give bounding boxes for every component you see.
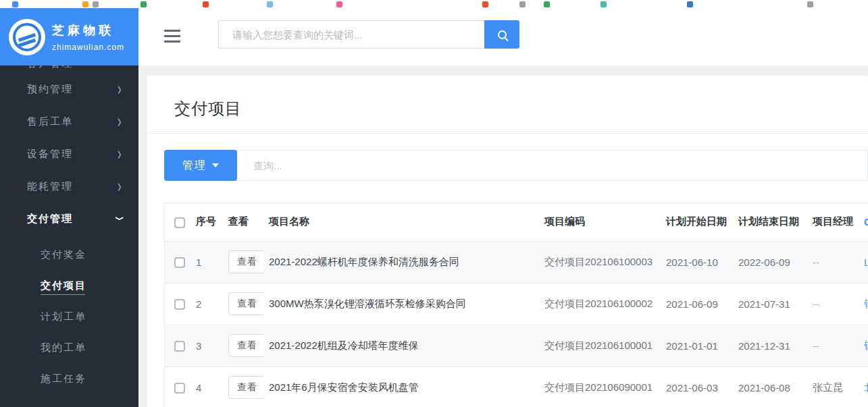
bookmark-favicon[interactable] (82, 1, 88, 7)
row-checkbox[interactable] (174, 257, 185, 268)
select-all-checkbox[interactable] (174, 217, 185, 228)
bookmark-favicon[interactable] (12, 1, 18, 7)
manage-dropdown-button[interactable]: 管理 (164, 150, 237, 181)
bookmark-favicon[interactable] (267, 1, 273, 7)
chevron-right-icon: ❯ (117, 85, 123, 94)
view-button[interactable]: 查看 (228, 292, 263, 315)
sidebar-item-能耗管理[interactable]: 能耗管理❯ (0, 170, 138, 202)
page-card: 交付项目 管理 序号查看项目名称项目编码计划开始日期计划结束日期项目经理C 1查… (147, 76, 868, 407)
project-manager: 张立昆 (807, 367, 859, 407)
customer-link[interactable]: 镇 (859, 283, 868, 325)
project-code: 交付项目202106100003 (539, 241, 661, 283)
sidebar-menu: 预约管理❯售后工单❯设备管理❯能耗管理❯交付管理❯ (0, 73, 138, 235)
sidebar-item-label: 能耗管理 (27, 180, 116, 193)
row-checkbox[interactable] (174, 383, 185, 394)
project-name: 2021-2022机组及冷却塔年度维保 (263, 325, 539, 367)
sidebar-item-label: 预约管理 (27, 83, 116, 96)
bookmark-favicon[interactable] (807, 1, 813, 7)
sidebar-subitem-我的工单[interactable]: 我的工单 (0, 332, 138, 363)
plan-end-date: 2021-07-31 (733, 283, 807, 325)
project-name: 2021-2022螺杆机年度保养和清洗服务合同 (263, 241, 539, 283)
plan-end-date: 2022-06-09 (733, 241, 807, 283)
sidebar-item-label: 交付管理 (27, 213, 116, 225)
bookmarks-strip (0, 0, 868, 8)
sidebar-submenu: 交付奖金交付项目计划工单我的工单施工任务 (0, 235, 138, 394)
row-index: 1 (190, 241, 223, 283)
table-row: 2查看300MW热泵溴化锂溶液循环泵检修采购合同交付项目202106100002… (165, 283, 868, 325)
bookmark-favicon[interactable] (336, 1, 342, 7)
sidebar-subitem-交付奖金[interactable]: 交付奖金 (0, 239, 138, 270)
sidebar-item-售后工单[interactable]: 售后工单❯ (0, 105, 138, 138)
table-body: 1查看2021-2022螺杆机年度保养和清洗服务合同交付项目2021061000… (165, 241, 868, 407)
sidebar-item-交付管理[interactable]: 交付管理❯ (0, 202, 138, 235)
column-header-C: C (859, 203, 868, 241)
global-search-input[interactable] (218, 20, 484, 49)
view-button[interactable]: 查看 (228, 334, 263, 357)
row-checkbox[interactable] (174, 299, 185, 310)
project-code: 交付项目202106100001 (539, 325, 661, 367)
row-checkbox[interactable] (174, 341, 185, 352)
view-button[interactable]: 查看 (228, 376, 263, 399)
search-icon (498, 30, 507, 39)
chevron-down-icon: ❯ (116, 216, 124, 222)
project-code: 交付项目202106100002 (539, 283, 661, 325)
page-title: 交付项目 (174, 98, 841, 119)
sidebar-item-预约管理[interactable]: 预约管理❯ (0, 73, 138, 105)
chevron-right-icon: ❯ (117, 117, 123, 126)
projects-table: 序号查看项目名称项目编码计划开始日期计划结束日期项目经理C 1查看2021-20… (165, 203, 868, 407)
menu-toggle-button[interactable] (164, 30, 182, 44)
column-header-项目名称: 项目名称 (263, 203, 539, 241)
plan-end-date: 2021-06-08 (733, 367, 807, 407)
row-checkbox-cell (165, 367, 190, 407)
plan-start-date: 2021-06-09 (661, 283, 733, 325)
sidebar-subitem-施工任务[interactable]: 施工任务 (0, 363, 138, 394)
sidebar-item-设备管理[interactable]: 设备管理❯ (0, 138, 138, 170)
content-area: 交付项目 管理 序号查看项目名称项目编码计划开始日期计划结束日期项目经理C 1查… (138, 65, 868, 407)
row-index: 2 (190, 283, 223, 325)
sidebar-subitem-交付项目[interactable]: 交付项目 (0, 270, 138, 301)
view-button[interactable]: 查看 (228, 250, 263, 273)
bookmark-favicon[interactable] (544, 1, 550, 7)
row-checkbox-cell (165, 241, 190, 283)
project-name: 300MW热泵溴化锂溶液循环泵检修采购合同 (263, 283, 539, 325)
global-search (218, 20, 519, 49)
row-view-cell: 查看 (223, 241, 263, 283)
project-code: 交付项目202106090001 (539, 367, 661, 407)
customer-link[interactable]: L (859, 241, 868, 283)
search-button[interactable] (484, 20, 519, 49)
row-view-cell: 查看 (223, 325, 263, 367)
bookmark-favicon[interactable] (141, 1, 147, 7)
sidebar: 芝麻物联 zhimawulian.com 客户管理 预约管理❯售后工单❯设备管理… (0, 8, 138, 407)
column-header-计划结束日期: 计划结束日期 (733, 203, 807, 241)
bookmark-favicon[interactable] (687, 1, 693, 7)
customer-link[interactable]: 镇 (859, 325, 868, 367)
brand-domain: zhimawulian.com (52, 43, 124, 52)
project-manager: -- (807, 241, 859, 283)
bookmark-favicon[interactable] (93, 1, 99, 7)
row-view-cell: 查看 (223, 283, 263, 325)
sidebar-item-label: 售后工单 (27, 115, 116, 128)
bookmark-favicon[interactable] (203, 1, 209, 7)
sidebar-subitem-计划工单[interactable]: 计划工单 (0, 301, 138, 332)
hamburger-icon (164, 30, 180, 32)
row-checkbox-cell (165, 325, 190, 367)
customer-link[interactable]: 北 (859, 367, 868, 407)
project-manager: -- (807, 283, 859, 325)
manage-button-label: 管理 (182, 159, 207, 173)
plan-start-date: 2021-06-03 (661, 367, 733, 407)
brand-logo-icon (9, 19, 45, 55)
bookmark-favicon[interactable] (601, 1, 607, 7)
toolbar: 管理 (147, 134, 868, 184)
table-row: 4查看2021年6月保安宿舍安装风机盘管交付项目2021060900012021… (165, 367, 868, 407)
project-name: 2021年6月保安宿舍安装风机盘管 (263, 367, 539, 407)
column-header-计划开始日期: 计划开始日期 (661, 203, 733, 241)
plan-start-date: 2021-06-10 (661, 241, 733, 283)
caret-down-icon (212, 163, 219, 167)
brand-logo-block[interactable]: 芝麻物联 zhimawulian.com (0, 8, 138, 65)
sidebar-item-partial[interactable]: 客户管理 (0, 65, 138, 73)
table-row: 1查看2021-2022螺杆机年度保养和清洗服务合同交付项目2021061000… (165, 241, 868, 283)
bookmark-favicon[interactable] (482, 1, 488, 7)
bookmark-favicon[interactable] (519, 1, 526, 7)
column-header-项目编码: 项目编码 (539, 203, 661, 241)
filter-input[interactable] (237, 150, 868, 181)
